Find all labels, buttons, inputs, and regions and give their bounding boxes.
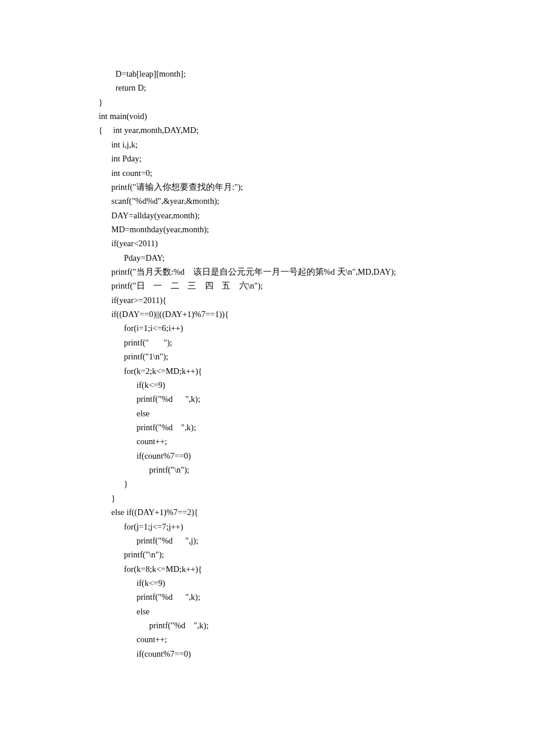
code-line: printf("日 一 二 三 四 五 六\n"); xyxy=(99,279,534,293)
code-line: if(k<=9) xyxy=(99,378,534,392)
code-block: D=tab[leap][month]; return D; } int main… xyxy=(99,67,534,661)
code-line: if(year>=2011){ xyxy=(99,293,534,307)
code-line: MD=monthday(year,month); xyxy=(99,222,534,236)
code-line: printf("%d ",j); xyxy=(99,534,534,548)
code-line: printf("当月天数:%d 该日是自公元元年一月一号起的第%d 天\n",M… xyxy=(99,265,534,279)
code-line: if(count%7==0) xyxy=(99,647,534,661)
code-line: printf(" "); xyxy=(99,336,534,350)
code-line: else xyxy=(99,406,534,420)
code-line: printf("%d ",k); xyxy=(99,618,534,632)
code-line: for(k=2;k<=MD;k++){ xyxy=(99,364,534,378)
code-line: printf("%d ",k); xyxy=(99,590,534,604)
code-line: { int year,month,DAY,MD; xyxy=(99,123,534,137)
code-line: else xyxy=(99,604,534,618)
code-line: for(k=8;k<=MD;k++){ xyxy=(99,562,534,576)
code-line: count++; xyxy=(99,434,534,448)
code-line: int Pday; xyxy=(99,152,534,165)
code-line: printf("请输入你想要查找的年月:"); xyxy=(99,180,534,194)
code-line: else if((DAY+1)%7==2){ xyxy=(99,505,534,519)
code-line: if(count%7==0) xyxy=(99,449,534,463)
code-line: D=tab[leap][month]; xyxy=(99,67,534,81)
code-line: if((DAY==0)||((DAY+1)%7==1)){ xyxy=(99,307,534,321)
code-line: scanf("%d%d",&year,&month); xyxy=(99,194,534,208)
code-line: printf("%d ",k); xyxy=(99,392,534,406)
code-line: DAY=allday(year,month); xyxy=(99,208,534,222)
document-page: D=tab[leap][month]; return D; } int main… xyxy=(0,0,534,756)
code-line: int i,j,k; xyxy=(99,138,534,152)
code-line: for(i=1;i<=6;i++) xyxy=(99,321,534,335)
code-line: printf("\n"); xyxy=(99,548,534,561)
code-line: return D; xyxy=(99,81,534,95)
code-line: int count=0; xyxy=(99,166,534,180)
code-line: if(year<2011) xyxy=(99,236,534,250)
code-line: printf("%d ",k); xyxy=(99,420,534,434)
code-line: printf("\n"); xyxy=(99,463,534,477)
code-line: printf("1\n"); xyxy=(99,350,534,363)
code-line: if(k<=9) xyxy=(99,576,534,590)
code-line: Pday=DAY; xyxy=(99,251,534,265)
code-line: count++; xyxy=(99,632,534,646)
code-line: } xyxy=(99,491,534,505)
code-line: int main(void) xyxy=(99,109,534,123)
code-line: } xyxy=(99,477,534,491)
code-line: } xyxy=(99,95,534,109)
code-line: for(j=1;j<=7;j++) xyxy=(99,520,534,534)
